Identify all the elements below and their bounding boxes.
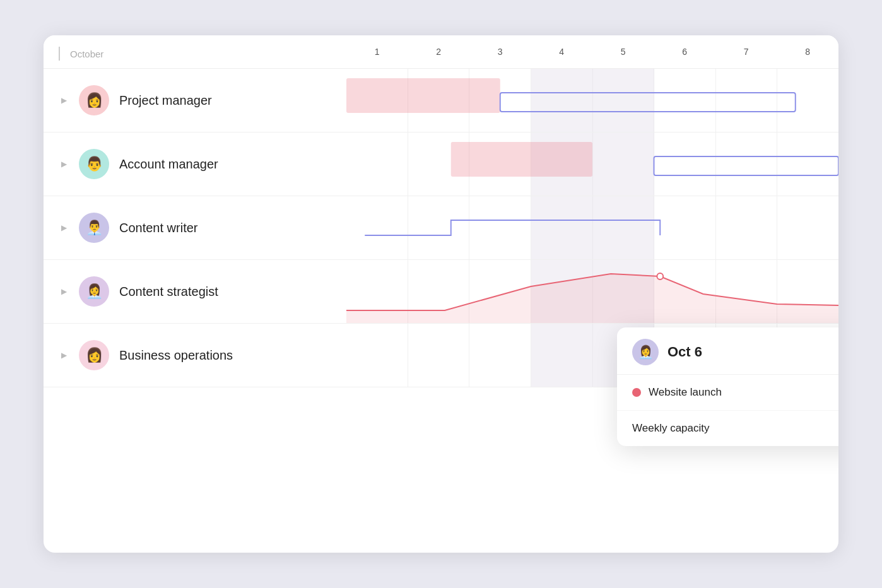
chart-svg-project-manager — [346, 69, 838, 132]
avatar-content-writer: 👨‍💼 — [79, 213, 109, 243]
tooltip-left: 👩‍💼Oct 6 — [632, 339, 702, 365]
tooltip-date: Oct 6 — [667, 344, 702, 360]
expand-arrow-content-strategist[interactable]: ▶ — [59, 287, 69, 296]
tooltip-row-0: Website launch30h 20m — [617, 375, 838, 411]
tooltip-row-label-1: Weekly capacity — [632, 422, 710, 435]
expand-arrow-account-manager[interactable]: ▶ — [59, 160, 69, 168]
tooltip-row-left-0: Website launch — [632, 386, 722, 399]
label-area-header: October — [44, 35, 346, 68]
tooltip-row-left-1: Weekly capacity — [632, 422, 710, 435]
tooltip-row-label-0: Website launch — [649, 386, 722, 399]
tooltip-row-1: Weekly capacity40h 00m — [617, 411, 838, 446]
row-label-business-operations: ▶👩Business operations — [44, 324, 346, 387]
grid-area-account-manager — [346, 132, 838, 196]
day-header-1: 1 — [346, 47, 408, 61]
avatar-content-strategist: 👩‍💼 — [79, 276, 109, 307]
row-name-content-writer: Content writer — [119, 221, 198, 235]
avatar-business-operations: 👩 — [79, 340, 109, 370]
svg-rect-0 — [346, 78, 500, 113]
day-header-2: 2 — [408, 47, 470, 61]
svg-point-4 — [657, 273, 663, 279]
day-header-7: 7 — [715, 47, 777, 61]
row-name-content-strategist: Content strategist — [119, 285, 218, 299]
tooltip-dot-0 — [632, 388, 641, 397]
gantt-row-project-manager: ▶👩Project manager — [44, 69, 838, 132]
gantt-row-account-manager: ▶👨Account manager — [44, 132, 838, 196]
row-name-business-operations: Business operations — [119, 348, 233, 363]
avatar-account-manager: 👨 — [79, 149, 109, 179]
day-header-3: 3 — [469, 47, 531, 61]
main-card: October 12345678 ▶👩Project manager▶👨Acco… — [44, 35, 838, 553]
row-label-content-strategist: ▶👩‍💼Content strategist — [44, 260, 346, 323]
row-name-account-manager: Account manager — [119, 157, 218, 172]
chart-svg-account-manager — [346, 132, 838, 196]
tooltip-header: 👩‍💼Oct 6#Estimated time — [617, 327, 838, 375]
expand-arrow-project-manager[interactable]: ▶ — [59, 96, 69, 105]
header-row: October 12345678 — [44, 35, 838, 69]
avatar-project-manager: 👩 — [79, 85, 109, 115]
gantt-row-content-strategist: ▶👩‍💼Content strategist👩‍💼Oct 6#Estimated… — [44, 260, 838, 324]
gantt-row-content-writer: ▶👨‍💼Content writer — [44, 196, 838, 260]
tooltip: 👩‍💼Oct 6#Estimated timeWebsite launch30h… — [617, 327, 838, 446]
expand-arrow-content-writer[interactable]: ▶ — [59, 223, 69, 232]
grid-header: 12345678 — [346, 35, 838, 68]
month-label: October — [59, 47, 103, 61]
day-header-5: 5 — [592, 47, 654, 61]
svg-rect-1 — [500, 93, 796, 112]
chart-svg-content-writer — [346, 196, 838, 259]
svg-rect-2 — [451, 142, 592, 177]
grid-area-content-writer — [346, 196, 838, 259]
row-name-project-manager: Project manager — [119, 93, 212, 108]
chart-svg-content-strategist — [346, 260, 838, 323]
day-header-6: 6 — [654, 47, 716, 61]
row-label-content-writer: ▶👨‍💼Content writer — [44, 196, 346, 259]
grid-area-project-manager — [346, 69, 838, 132]
tooltip-avatar: 👩‍💼 — [632, 339, 659, 365]
month-text: October — [70, 49, 103, 59]
row-label-project-manager: ▶👩Project manager — [44, 69, 346, 132]
day-header-8: 8 — [777, 47, 839, 61]
expand-arrow-business-operations[interactable]: ▶ — [59, 351, 69, 360]
month-divider — [59, 47, 60, 61]
svg-rect-3 — [654, 156, 839, 175]
row-label-account-manager: ▶👨Account manager — [44, 132, 346, 196]
gantt-body: ▶👩Project manager▶👨Account manager▶👨‍💼Co… — [44, 69, 838, 553]
grid-area-content-strategist: 👩‍💼Oct 6#Estimated timeWebsite launch30h… — [346, 260, 838, 323]
day-header-4: 4 — [531, 47, 593, 61]
